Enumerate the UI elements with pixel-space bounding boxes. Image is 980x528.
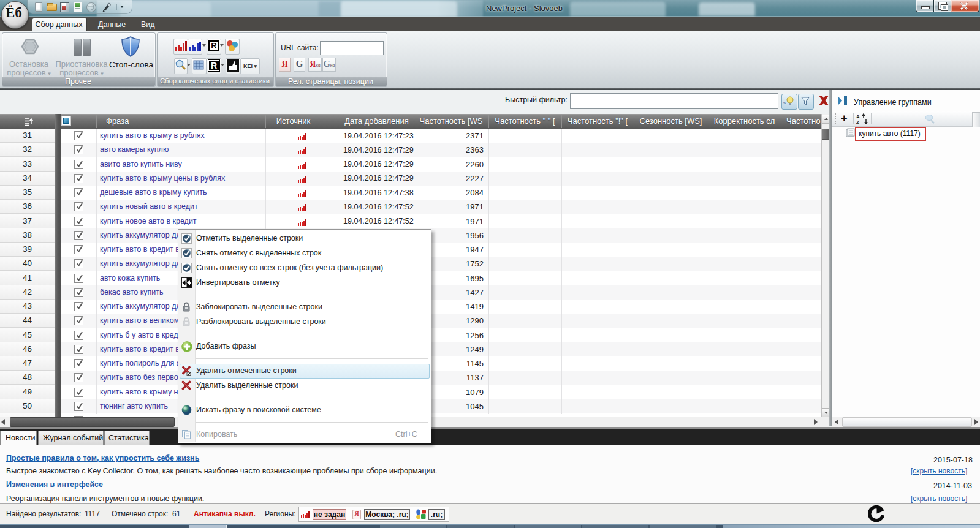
svg-text:«: «	[783, 100, 786, 105]
svg-text:Z: Z	[856, 119, 859, 124]
svg-text:A: A	[856, 114, 860, 119]
